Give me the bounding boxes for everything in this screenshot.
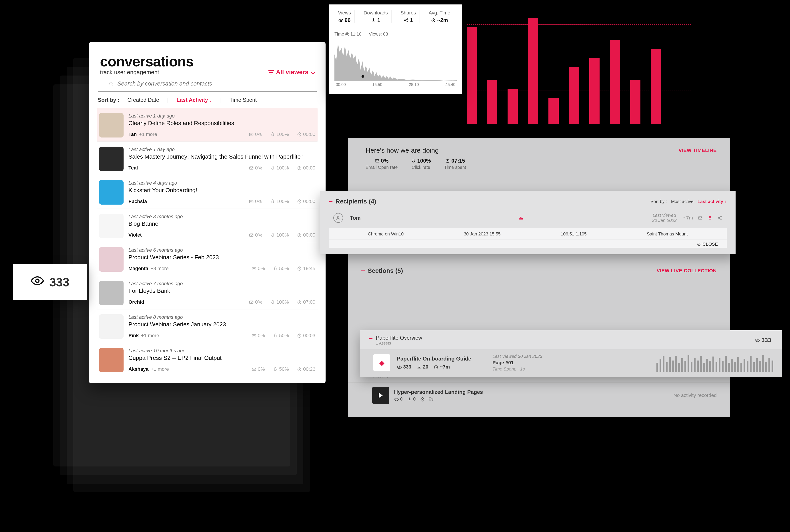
svg-point-42 [757,340,758,341]
svg-rect-10 [252,267,256,270]
view-timeline-link[interactable]: VIEW TIMELINE [679,148,717,153]
collapse-icon[interactable]: − [329,198,333,205]
last-viewed: Last Viewed 30 Jan 2023 [492,354,650,359]
avatar-icon [333,213,343,223]
svg-point-20 [405,20,405,21]
timestamp: 30 Jan 2023 15:55 [464,231,501,236]
ip-address: 106.51.1.105 [561,231,587,236]
svg-point-19 [340,20,342,21]
svg-point-36 [337,216,339,218]
open-rate: 0% [251,333,265,339]
conversation-thumb [99,113,124,137]
recipient-row[interactable]: Tom Last viewed30 Jan 2023 ~7m [329,209,727,227]
open-rate: 0% [251,266,265,271]
conversation-item[interactable]: Last active 7 months ago For Lloyds Bank… [97,276,318,309]
conversation-thumb [99,147,124,171]
page-activity-sparkline [656,354,773,372]
conversation-item[interactable]: Last active 1 day ago Sales Mastery Jour… [97,141,318,175]
sort-label: Sort by : [651,199,667,204]
sort-created[interactable]: Created Date [127,97,159,103]
timeline-chart[interactable] [335,39,457,81]
conversation-thumb [99,247,124,272]
views-label: Views [338,10,351,16]
recipients-card: −Recipients (4) Sort by : Most active La… [320,191,736,254]
filter-icon [268,70,274,74]
conversation-name: Product Webinar Series - Feb 2023 [129,254,315,261]
svg-rect-25 [375,160,379,163]
click-rate: 100% [270,299,289,305]
share-icon [403,18,409,23]
viewers-dropdown[interactable]: All viewers [268,69,315,76]
conversation-name: Product Webinar Series January 2023 [129,321,315,328]
time-spent: 00:03 [297,333,315,339]
chevron-down-icon [311,70,315,74]
search-icon [109,80,114,87]
conversation-person: Pink +1 more [129,333,159,339]
click-rate: 50% [273,333,289,339]
close-icon [697,243,701,246]
time-spent-page: Time Spent: ~1s [492,366,650,372]
svg-point-24 [361,75,364,78]
svg-rect-8 [249,234,253,236]
conversation-item[interactable]: Last active 8 months ago Product Webinar… [97,309,318,343]
last-active: Last active 3 months ago [129,214,315,220]
eye-icon [397,365,402,369]
sort-label: Sort by : [98,97,119,103]
sort-last-activity[interactable]: Last activity ↓ [698,199,727,204]
avg-label: Avg. Time [429,10,450,16]
svg-rect-2 [249,133,253,136]
sort-most-active[interactable]: Most active [671,199,694,204]
conversation-name: Sales Mastery Journey: Navigating the Sa… [129,153,315,160]
time-spent: 19:45 [297,266,315,271]
open-rate: 0% [249,165,262,171]
click-rate: 100% [270,198,289,204]
eye-icon [394,397,399,402]
recipient-name: Tom [350,215,390,221]
clock-icon [420,397,425,402]
click-rate: 100% [270,232,289,238]
section-overview-card: − Paperflite Overview1 Assets 333 ◆ Pape… [360,330,782,377]
last-active: Last active 1 day ago [129,147,315,152]
time-spent: 07:00 [297,299,315,305]
open-rate: 0% [249,299,262,305]
conversation-thumb [99,214,124,238]
collapse-icon[interactable]: − [369,335,373,342]
share-icon [717,215,722,220]
download-icon [417,365,421,369]
conversation-item[interactable]: Last active 3 months ago Blog Banner Vio… [97,209,318,242]
sort-activity[interactable]: Last Activity ↓ [176,97,212,103]
svg-point-0 [110,82,112,85]
conversation-item[interactable]: Last active 1 day ago Clearly Define Rol… [97,108,318,141]
svg-point-40 [721,219,721,220]
conversation-item[interactable]: Last active 6 months ago Product Webinar… [97,242,318,276]
close-button[interactable]: CLOSE [329,239,727,248]
svg-point-21 [407,19,408,20]
video-thumb [372,387,389,404]
eye-icon [338,18,343,23]
view-live-collection-link[interactable]: VIEW LIVE COLLECTION [657,268,717,274]
conversation-person: Orchid [129,299,145,305]
last-active: Last active 8 months ago [129,314,315,320]
time-spent: 00:00 [297,232,315,238]
svg-point-43 [399,366,400,368]
time-spent: 00:00 [297,165,315,171]
asset-detail-row[interactable]: ◆ Paperflite On-boarding Guide 333 20 ~7… [373,354,773,372]
collapse-icon[interactable]: − [361,267,365,274]
tick: 15:50 [372,82,382,87]
browser-info: Chrome on Win10 [368,231,403,236]
conversation-thumb [99,314,124,339]
svg-rect-37 [698,217,702,220]
download-icon [407,397,412,402]
conversation-name: Clearly Define Roles and Responsibilitie… [129,120,315,127]
conversation-item[interactable]: Last active 10 months ago Cuppa Press S2… [97,343,318,376]
sort-spent[interactable]: Time Spent [229,97,257,103]
click-rate: 50% [273,366,289,372]
last-active: Last active 4 days ago [129,180,315,186]
section-overview[interactable] [348,279,730,292]
asset-row[interactable]: Hyper-personalized Landing Pages 0 0 ~0s… [348,382,730,408]
viewers-label: All viewers [276,69,308,76]
doing-title: Here's how we are doing [365,147,439,154]
conversation-item[interactable]: Last active 4 days ago Kickstart Your On… [97,175,318,209]
search-input[interactable] [117,80,305,87]
svg-rect-14 [252,335,256,337]
